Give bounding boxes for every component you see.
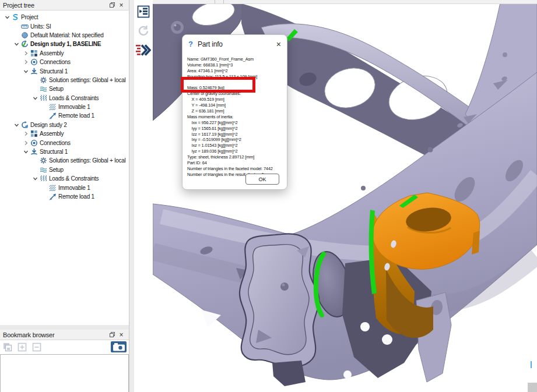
tree-item[interactable]: Project bbox=[0, 13, 129, 22]
camera-icon[interactable] bbox=[111, 341, 127, 352]
tree-item[interactable]: Units: SI bbox=[0, 22, 129, 30]
tree-item[interactable]: Connections bbox=[0, 58, 129, 66]
tree-item[interactable]: Structural 1 bbox=[0, 147, 129, 156]
connections-icon bbox=[30, 58, 38, 66]
close-panel-icon[interactable]: × bbox=[117, 331, 126, 339]
float-panel-icon[interactable] bbox=[107, 1, 117, 9]
viewport-toolbar bbox=[134, 0, 153, 392]
graphics-viewport[interactable]: ? Part info × Name: GMT360_Front_Frame_A… bbox=[153, 0, 537, 392]
loads-constraints-icon bbox=[39, 94, 47, 102]
bookmark-toolbar bbox=[0, 340, 129, 354]
close-panel-icon[interactable]: × bbox=[117, 1, 126, 9]
add-bookmark-icon[interactable] bbox=[17, 342, 27, 352]
tree-item-label: Default Material: Not specified bbox=[30, 32, 104, 38]
part-info-line: Izz = 1617.19 [kg][mm]^2 bbox=[187, 132, 285, 137]
chevron-down-icon[interactable] bbox=[3, 15, 11, 20]
project-tree-panel: Project tree × ProjectUnits: SIDefault M… bbox=[0, 0, 129, 325]
chevron-down-icon[interactable] bbox=[22, 69, 30, 74]
tree-item[interactable]: Setup bbox=[0, 165, 129, 174]
tree-item[interactable]: Loads & Constraints bbox=[0, 174, 129, 183]
project-tree-title: Project tree bbox=[3, 2, 107, 9]
tree-item[interactable]: Immovable 1 bbox=[0, 103, 129, 111]
panel-splitter[interactable] bbox=[0, 325, 129, 330]
chevron-right-icon[interactable] bbox=[22, 51, 30, 56]
bracket-leg[interactable] bbox=[416, 292, 451, 382]
part-info-line: Type: sheet, thickness 2.89712 [mm] bbox=[187, 154, 285, 160]
ok-button[interactable]: OK bbox=[245, 174, 279, 185]
material-icon bbox=[20, 31, 29, 39]
tree-item[interactable]: Assembly bbox=[0, 129, 129, 138]
tree-item-label: Assembly bbox=[40, 130, 64, 137]
part-info-line: Volume: 66838.1 [mm]^3 bbox=[187, 62, 285, 68]
part-info-line: Area: 47346.1 [mm]^2 bbox=[187, 68, 285, 74]
part-info-line: Name: GMT360_Front_Frame_Asm bbox=[187, 56, 285, 62]
tree-item[interactable]: Immovable 1 bbox=[0, 183, 129, 192]
scrollbar-fragment bbox=[531, 361, 532, 368]
tree-item-label: Design study 1, BASELINE bbox=[30, 41, 101, 47]
tree-item[interactable]: Connections bbox=[0, 138, 129, 147]
refresh-icon[interactable] bbox=[136, 24, 151, 38]
viewport-top-strip bbox=[153, 0, 537, 4]
copy-bookmarks-icon[interactable] bbox=[2, 342, 13, 352]
tree-item[interactable]: Setup bbox=[0, 84, 129, 93]
bookmark-browser-panel: Bookmark browser × bbox=[0, 330, 129, 392]
part-info-line: Ixz = 1.01543 [kg][mm]^2 bbox=[187, 143, 285, 149]
tree-item[interactable]: Remote load 1 bbox=[0, 192, 129, 201]
show-panel-icon[interactable] bbox=[136, 5, 151, 19]
chevron-down-icon[interactable] bbox=[13, 122, 20, 128]
tree-item[interactable]: Solution settings: Global + local bbox=[0, 76, 129, 84]
units-icon bbox=[20, 23, 29, 30]
part-info-header: ? Part info × bbox=[182, 35, 287, 48]
setup-icon bbox=[39, 166, 47, 174]
float-panel-icon[interactable] bbox=[107, 331, 117, 339]
immovable-icon bbox=[48, 184, 57, 192]
tree-item-label: Loads & Constraints bbox=[49, 175, 99, 182]
part-info-body: Name: GMT360_Front_Frame_AsmVolume: 6683… bbox=[187, 56, 285, 178]
tree-item-label: Structural 1 bbox=[40, 68, 68, 75]
design-study-baseline-icon bbox=[20, 40, 29, 48]
tree-item[interactable]: Remote load 1 bbox=[0, 111, 129, 120]
tree-item-label: Loads & Constraints bbox=[49, 95, 99, 101]
tree-item[interactable]: Assembly bbox=[0, 49, 129, 58]
tree-item[interactable]: Solution settings: Global + local bbox=[0, 156, 129, 165]
tree-item[interactable]: Design study 1, BASELINE bbox=[0, 40, 129, 48]
tree-item[interactable]: Design study 2 bbox=[0, 121, 129, 129]
tree-item-label: Setup bbox=[49, 167, 64, 173]
chevron-down-icon[interactable] bbox=[31, 96, 39, 101]
remove-bookmark-icon[interactable] bbox=[31, 342, 42, 352]
chevron-down-icon[interactable] bbox=[22, 149, 30, 154]
part-info-line: Number of triangles in the faceted model… bbox=[187, 166, 285, 172]
remote-load-icon bbox=[48, 112, 57, 119]
bookmark-browser-header: Bookmark browser × bbox=[0, 330, 129, 340]
close-icon[interactable]: × bbox=[276, 40, 281, 48]
chevron-right-icon[interactable] bbox=[22, 59, 30, 65]
chevron-right-icon[interactable] bbox=[22, 140, 30, 146]
tree-item-label: Units: SI bbox=[30, 23, 51, 30]
tree-item[interactable]: Structural 1 bbox=[0, 66, 129, 75]
tree-item-label: Solution settings: Global + local bbox=[49, 157, 126, 164]
tree-item-label: Assembly bbox=[40, 50, 64, 56]
bookmark-list[interactable] bbox=[0, 354, 129, 392]
tree-item-label: Connections bbox=[40, 59, 71, 65]
chevron-down-icon[interactable] bbox=[31, 176, 39, 181]
tree-item[interactable]: Default Material: Not specified bbox=[0, 31, 129, 40]
part-info-dialog: ? Part info × Name: GMT360_Front_Frame_A… bbox=[182, 34, 287, 190]
solution-settings-icon bbox=[39, 76, 47, 84]
dock-gap bbox=[129, 0, 134, 392]
project-tree-body[interactable]: ProjectUnits: SIDefault Material: Not sp… bbox=[0, 10, 129, 325]
chevron-down-icon[interactable] bbox=[13, 41, 20, 47]
design-study-icon bbox=[20, 121, 29, 129]
remote-load-icon bbox=[48, 193, 57, 200]
part-info-line: Mass moments of inertia: bbox=[187, 114, 285, 120]
part-info-line: Iyy = 1565.61 [kg][mm]^2 bbox=[187, 126, 285, 132]
run-all-icon[interactable] bbox=[136, 43, 151, 57]
chevron-right-icon[interactable] bbox=[22, 131, 30, 136]
part-info-line: Ixy = -0.519099 [kg][mm]^2 bbox=[187, 137, 285, 143]
tree-item[interactable]: Loads & Constraints bbox=[0, 94, 129, 103]
tree-item-label: Setup bbox=[49, 86, 64, 92]
part-info-line: X = 409.519 [mm] bbox=[187, 97, 285, 103]
tree-item-label: Project bbox=[21, 14, 38, 20]
part-info-line: Ixx = 956.227 [kg][mm]^2 bbox=[187, 120, 285, 126]
tree-item-label: Design study 2 bbox=[30, 122, 67, 128]
rail-end-cap[interactable] bbox=[240, 234, 319, 386]
